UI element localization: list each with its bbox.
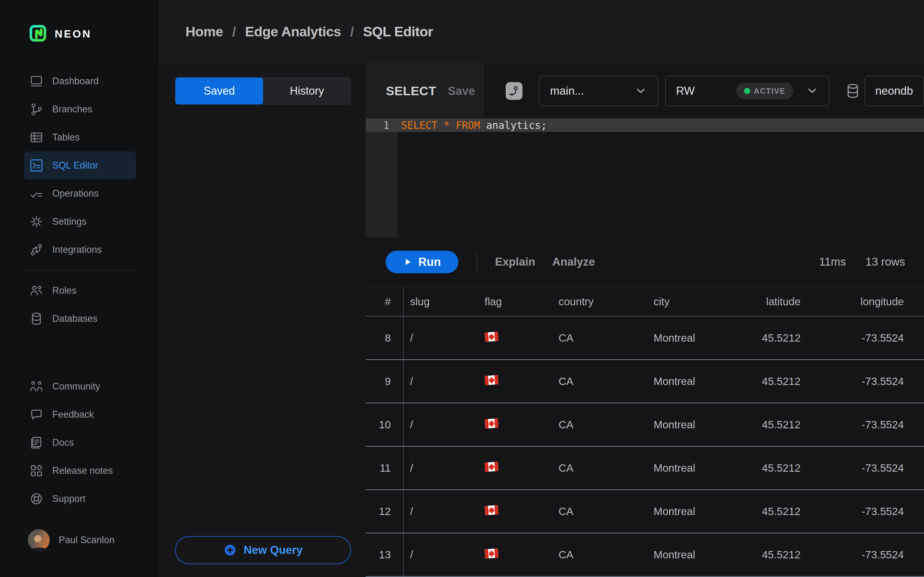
editor-column: SELECT Save main... RW	[366, 63, 924, 577]
sidebar-item-feedback[interactable]: Feedback	[0, 401, 159, 429]
sidebar-item-roles[interactable]: Roles	[0, 277, 159, 305]
query-tab[interactable]: SELECT Save	[366, 63, 484, 118]
cell-latitude: 45.5212	[751, 505, 820, 517]
sql-editor[interactable]: 1 SELECT * FROM analytics;	[366, 118, 924, 237]
table-row: 10/CAMontreal45.5212-73.5524	[366, 403, 924, 446]
query-tab-label[interactable]: SELECT	[386, 84, 436, 98]
user-account[interactable]: Paul Scanlon	[27, 529, 115, 551]
sidebar-item-label: Feedback	[52, 409, 94, 420]
results-table: #slugflagcountrycitylatitudelongitude 8/…	[366, 286, 924, 577]
branches-icon	[29, 102, 44, 117]
play-icon	[403, 257, 412, 266]
cell-country: CA	[552, 505, 647, 517]
results-header-row: #slugflagcountrycitylatitudelongitude	[366, 287, 924, 317]
database-icon	[845, 83, 861, 99]
sidebar-item-sql-editor[interactable]: SQL Editor	[24, 152, 136, 179]
cell-city: Montreal	[647, 549, 751, 561]
cell-num: 8	[366, 332, 403, 344]
new-query-label: New Query	[244, 544, 302, 556]
sidebar-item-branches[interactable]: Branches	[0, 95, 159, 123]
sidebar-item-label: Release notes	[52, 465, 113, 476]
canada-flag-icon	[484, 332, 499, 344]
neon-logo[interactable]: NEON	[0, 0, 159, 44]
column-header-latitude: latitude	[751, 295, 820, 308]
cell-country: CA	[552, 419, 647, 431]
sidebar-item-community[interactable]: Community	[0, 372, 159, 401]
breadcrumb-home[interactable]: Home	[186, 24, 223, 39]
branch-icon[interactable]	[506, 82, 522, 100]
user-name: Paul Scanlon	[59, 535, 115, 546]
compute-select[interactable]: RW ACTIVE	[665, 76, 830, 106]
sql-token-keyword: SELECT * FROM	[401, 119, 486, 131]
run-button[interactable]: Run	[386, 251, 458, 273]
cell-longitude: -73.5524	[820, 462, 924, 474]
cell-slug: /	[403, 403, 478, 446]
tab-saved[interactable]: Saved	[175, 77, 263, 105]
compute-select-value: RW	[676, 85, 695, 97]
new-query-button[interactable]: New Query	[175, 536, 351, 564]
sidebar-item-release-notes[interactable]: Release notes	[0, 457, 159, 485]
editor-toolbar: SELECT Save main... RW	[366, 63, 924, 118]
query-duration: 11ms	[819, 256, 846, 268]
cell-latitude: 45.5212	[751, 462, 820, 474]
roles-icon	[29, 283, 44, 298]
cell-city: Montreal	[647, 462, 751, 474]
sql-code-line[interactable]: 1 SELECT * FROM analytics;	[366, 118, 924, 132]
sidebar-item-support[interactable]: Support	[0, 485, 159, 513]
tab-history[interactable]: History	[263, 77, 351, 105]
header: Home / Edge Analytics / SQL Editor	[160, 0, 924, 63]
sql-token-plain: analytics;	[486, 119, 547, 131]
cell-city: Montreal	[647, 505, 751, 517]
sidebar-item-integrations[interactable]: Integrations	[0, 236, 159, 264]
cell-num: 13	[366, 549, 403, 561]
saved-queries-panel: Saved History New Query	[160, 63, 366, 577]
column-header-flag: flag	[478, 295, 552, 308]
breadcrumb-separator: /	[227, 24, 241, 39]
database-select[interactable]: neondb	[864, 76, 924, 106]
chevron-down-icon	[634, 85, 647, 97]
sidebar-item-operations[interactable]: Operations	[0, 179, 159, 208]
save-button[interactable]: Save	[448, 85, 475, 98]
dashboard-icon	[29, 74, 44, 89]
operations-icon	[29, 186, 44, 201]
cell-latitude: 45.5212	[751, 375, 820, 387]
cell-longitude: -73.5524	[820, 505, 924, 517]
table-row: 12/CAMontreal45.5212-73.5524	[366, 490, 924, 533]
sidebar-item-settings[interactable]: Settings	[0, 208, 159, 236]
breadcrumb-separator: /	[345, 24, 359, 39]
table-row: 9/CAMontreal45.5212-73.5524	[366, 360, 924, 403]
sql-editor-icon	[29, 158, 44, 173]
sidebar-item-label: Branches	[52, 104, 92, 115]
branch-select[interactable]: main...	[539, 76, 658, 106]
cell-flag	[478, 505, 552, 518]
sidebar-item-databases[interactable]: Databases	[0, 305, 159, 333]
docs-icon	[29, 435, 44, 450]
cell-slug: /	[403, 490, 478, 533]
panel-divider	[160, 523, 365, 524]
branch-select-value: main...	[550, 85, 584, 97]
analyze-button[interactable]: Analyze	[552, 256, 595, 268]
sidebar-item-docs[interactable]: Docs	[0, 429, 159, 457]
column-header-num: #	[366, 295, 403, 308]
sidebar-item-label: Community	[52, 381, 100, 392]
explain-button[interactable]: Explain	[495, 256, 535, 268]
breadcrumb-project[interactable]: Edge Analytics	[245, 24, 341, 39]
sidebar: NEON DashboardBranchesTablesSQL EditorOp…	[0, 0, 160, 577]
status-badge-label: ACTIVE	[754, 87, 785, 95]
plus-circle-icon	[223, 543, 237, 557]
editor-gutter	[366, 132, 398, 237]
cell-num: 12	[366, 505, 403, 517]
breadcrumb-current: SQL Editor	[363, 24, 433, 39]
active-status-dot	[744, 88, 750, 94]
cell-flag	[478, 418, 552, 431]
tables-icon	[29, 130, 44, 145]
sidebar-item-dashboard[interactable]: Dashboard	[0, 67, 159, 95]
sidebar-item-label: Databases	[52, 313, 97, 324]
cell-latitude: 45.5212	[751, 549, 820, 561]
cell-flag	[478, 332, 552, 344]
sidebar-item-label: Dashboard	[52, 76, 99, 87]
sidebar-item-tables[interactable]: Tables	[0, 123, 159, 152]
canada-flag-icon	[484, 505, 499, 518]
status-badge: ACTIVE	[736, 83, 793, 99]
chevron-down-icon	[806, 85, 819, 97]
